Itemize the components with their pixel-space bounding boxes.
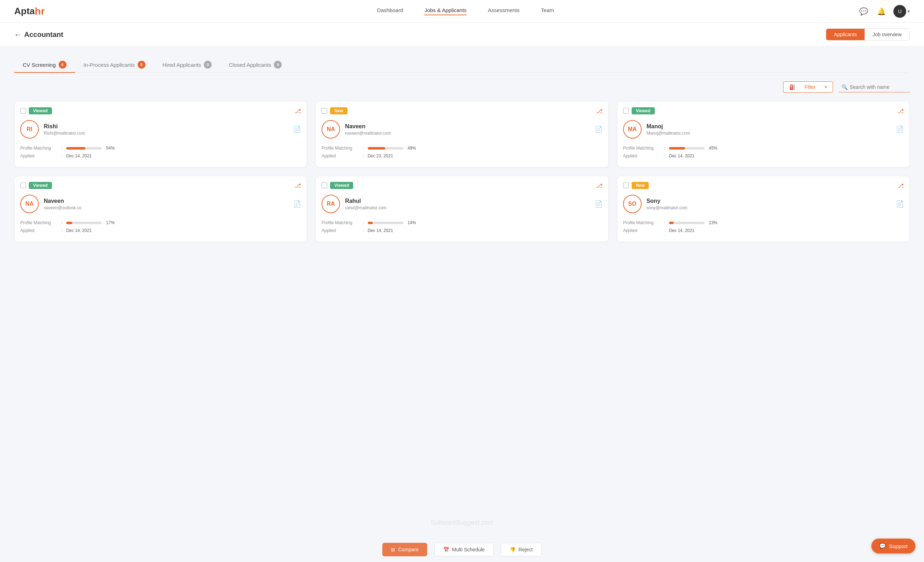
- share-icon[interactable]: ⎇: [596, 182, 603, 189]
- applicant-details: Rahul rahul@mailinator.com: [345, 198, 386, 210]
- share-icon[interactable]: ⎇: [897, 108, 904, 114]
- progress-bar-fill: [669, 222, 674, 224]
- card-info: SO Sony sony@mailinator.com 📄: [623, 195, 904, 213]
- avatar: U: [893, 5, 906, 18]
- chevron-down-icon: ▾: [825, 85, 827, 90]
- card-stats: Profile Matching : 45% Applied : Dec 14,…: [623, 146, 904, 158]
- applicant-avatar: RI: [20, 120, 39, 139]
- applicant-details: Rishi Rishi@mailinator.com: [44, 123, 85, 136]
- document-icon[interactable]: 📄: [595, 200, 603, 208]
- card-top-right: ⎇: [294, 182, 301, 189]
- applicant-details: Naveen naveen@outlook.co: [44, 198, 81, 210]
- applied-date-row: Applied : Dec 14, 2021: [20, 154, 301, 158]
- tab-closed-badge: 0: [274, 61, 282, 69]
- card-info: RI Rishi Rishi@mailinator.com 📄: [20, 120, 301, 139]
- page-title: Accountant: [24, 31, 63, 39]
- search-input[interactable]: [850, 84, 907, 90]
- status-badge: Viewed: [632, 107, 655, 114]
- status-badge: Viewed: [29, 107, 52, 114]
- avatar-button[interactable]: U ▾: [893, 5, 910, 18]
- search-box[interactable]: 🔍: [838, 82, 910, 93]
- tab-cv-screening[interactable]: CV Screening 6: [14, 57, 75, 73]
- card-checkbox[interactable]: [321, 108, 327, 114]
- share-icon[interactable]: ⎇: [294, 182, 301, 189]
- card-top-left: Viewed: [20, 182, 52, 189]
- nav-team[interactable]: Team: [541, 7, 554, 15]
- tab-job-overview[interactable]: Job overview: [865, 29, 909, 40]
- chevron-down-icon: ▾: [908, 9, 910, 14]
- document-icon[interactable]: 📄: [293, 200, 301, 208]
- applicant-avatar: MA: [623, 120, 642, 139]
- card-top-left: Viewed: [20, 107, 52, 114]
- document-icon[interactable]: 📄: [595, 126, 603, 133]
- filter-button[interactable]: ⛽ Filter ▾: [783, 81, 833, 93]
- applied-date: Dec 14, 2021: [368, 228, 393, 233]
- card-stats: Profile Matching : 49% Applied : Dec 23,…: [321, 146, 602, 158]
- screening-tabs: CV Screening 6 In-Process Applicants 8 H…: [14, 57, 910, 73]
- share-icon[interactable]: ⎇: [294, 108, 301, 114]
- document-icon[interactable]: 📄: [293, 126, 301, 133]
- card-info: RA Rahul rahul@mailinator.com 📄: [321, 195, 602, 213]
- profile-matching-pct: 49%: [408, 146, 416, 151]
- card-top-left: Viewed: [321, 182, 353, 189]
- card-checkbox[interactable]: [321, 182, 327, 188]
- tab-in-process-label: In-Process Applicants: [84, 62, 135, 68]
- share-icon[interactable]: ⎇: [897, 182, 904, 189]
- card-checkbox[interactable]: [623, 182, 629, 188]
- tab-in-process[interactable]: In-Process Applicants 8: [75, 57, 154, 73]
- logo: Aptahr: [14, 6, 45, 17]
- subheader: ← Accountant Applicants Job overview: [0, 23, 924, 46]
- applicant-card: Viewed ⎇ RA Rahul rahul@mailinator.com 📄…: [315, 176, 608, 242]
- tab-closed[interactable]: Closed Applicants 0: [220, 57, 290, 73]
- card-checkbox[interactable]: [623, 108, 629, 114]
- profile-matching-label: Profile Matching: [623, 146, 662, 151]
- card-top: Viewed ⎇: [20, 107, 301, 114]
- document-icon[interactable]: 📄: [896, 126, 904, 133]
- applicant-name: Rahul: [345, 198, 386, 204]
- back-arrow-icon: ←: [14, 31, 21, 39]
- card-top-right: ⎇: [897, 108, 904, 114]
- card-top-right: ⎇: [897, 182, 904, 189]
- header-icons: 💬 🔔 U ▾: [858, 5, 910, 18]
- profile-matching-pct: 17%: [106, 220, 114, 225]
- card-stats: Profile Matching : 13% Applied : Dec 14,…: [623, 220, 904, 233]
- nav-jobs-applicants[interactable]: Jobs & Applicants: [424, 7, 466, 15]
- applicant-email: naveen@mailinator.com: [345, 131, 391, 136]
- notification-icon[interactable]: 🔔: [876, 6, 887, 17]
- progress-bar-bg: [368, 147, 404, 149]
- card-checkbox[interactable]: [20, 182, 26, 188]
- profile-matching-label: Profile Matching: [623, 220, 662, 225]
- card-top-left: New: [623, 182, 649, 189]
- document-icon[interactable]: 📄: [896, 200, 904, 208]
- tab-applicants[interactable]: Applicants: [826, 29, 865, 40]
- card-checkbox[interactable]: [20, 108, 26, 114]
- card-top-right: ⎇: [596, 108, 603, 114]
- share-icon[interactable]: ⎇: [596, 108, 603, 114]
- back-button[interactable]: ← Accountant: [14, 31, 63, 39]
- logo-hr-text: hr: [35, 6, 45, 17]
- applied-date-row: Applied : Dec 23, 2021: [321, 154, 602, 158]
- applicant-card: New ⎇ SO Sony sony@mailinator.com 📄 Prof…: [617, 176, 910, 242]
- applicant-card: New ⎇ NA Naveen naveen@mailinator.com 📄 …: [315, 101, 608, 167]
- nav-assessments[interactable]: Assessments: [488, 7, 520, 15]
- tab-hired-badge: 0: [204, 61, 212, 69]
- applicant-details: Manoj Manoj@mailinator.com: [646, 123, 690, 136]
- filter-row: ⛽ Filter ▾ 🔍: [14, 81, 910, 93]
- applicant-card: Viewed ⎇ MA Manoj Manoj@mailinator.com 📄…: [617, 101, 910, 167]
- nav-dashboard[interactable]: Dashboard: [377, 7, 403, 15]
- applicant-name: Naveen: [44, 198, 81, 204]
- message-icon[interactable]: 💬: [858, 6, 869, 17]
- card-top: New ⎇: [321, 107, 602, 114]
- card-top-left: Viewed: [623, 107, 655, 114]
- applied-date: Dec 14, 2021: [669, 154, 694, 158]
- profile-matching-pct: 54%: [106, 146, 114, 151]
- card-stats: Profile Matching : 54% Applied : Dec 14,…: [20, 146, 301, 158]
- card-top: Viewed ⎇: [623, 107, 904, 114]
- card-info: NA Naveen naveen@mailinator.com 📄: [321, 120, 602, 139]
- tab-hired[interactable]: Hired Applicants 0: [154, 57, 220, 73]
- card-top: Viewed ⎇: [321, 182, 602, 189]
- progress-bar-fill: [669, 147, 685, 149]
- filter-label: Filter: [804, 84, 816, 90]
- applied-label: Applied: [20, 154, 59, 158]
- tab-in-process-badge: 8: [138, 61, 146, 69]
